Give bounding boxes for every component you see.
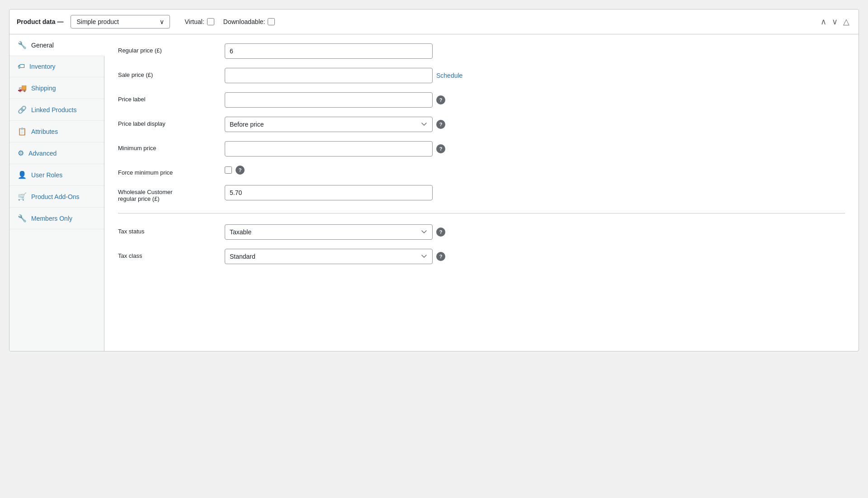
sale-price-field: Schedule [225, 68, 845, 83]
sidebar-item-inventory-label: Inventory [29, 63, 56, 70]
wrench-icon: 🔧 [18, 41, 27, 49]
force-minimum-price-help-icon[interactable]: ? [236, 166, 245, 175]
force-min-row: ? [225, 166, 245, 175]
sale-price-label: Sale price (£) [118, 68, 217, 78]
sidebar-item-attributes[interactable]: 📋 Attributes [9, 121, 104, 142]
tax-class-help-icon[interactable]: ? [436, 252, 445, 261]
sale-price-row: Sale price (£) Schedule [118, 68, 845, 83]
price-label-field: ? [225, 92, 845, 108]
price-label-display-select[interactable]: Before price After price Hidden [225, 117, 433, 132]
force-minimum-price-row: Force minimum price ? [118, 166, 845, 176]
sidebar-item-general[interactable]: 🔧 General [9, 34, 104, 56]
sidebar-item-user-roles[interactable]: 👤 User Roles [9, 164, 104, 186]
tax-status-row: Tax status Taxable Shipping only None ? [118, 224, 845, 240]
price-label-input[interactable] [225, 92, 433, 108]
product-data-panel: Product data — Simple product ∨ Virtual:… [9, 9, 859, 351]
divider [118, 213, 845, 213]
minimum-price-field: ? [225, 141, 845, 157]
price-label-display-row: Price label display Before price After p… [118, 117, 845, 132]
minimum-price-input[interactable] [225, 141, 433, 157]
members-icon: 🔧 [18, 214, 27, 223]
sidebar: 🔧 General 🏷 Inventory 🚚 Shipping 🔗 Linke… [9, 34, 104, 351]
sale-price-input[interactable] [225, 68, 433, 83]
scroll-down-button[interactable]: ∨ [830, 16, 840, 28]
regular-price-input[interactable] [225, 43, 433, 59]
schedule-link[interactable]: Schedule [436, 72, 462, 79]
product-type-chevron-icon: ∨ [160, 18, 164, 25]
sidebar-item-linked-products[interactable]: 🔗 Linked Products [9, 99, 104, 121]
tax-class-label: Tax class [118, 249, 217, 259]
wholesale-price-row: Wholesale Customerregular price (£) [118, 185, 845, 202]
minimum-price-label: Minimum price [118, 141, 217, 152]
product-type-label: Simple product [76, 18, 118, 25]
header-checkboxes: Virtual: Downloadable: [184, 18, 275, 25]
product-data-body: 🔧 General 🏷 Inventory 🚚 Shipping 🔗 Linke… [9, 34, 859, 351]
sidebar-item-product-add-ons[interactable]: 🛒 Product Add-Ons [9, 186, 104, 208]
virtual-checkbox[interactable] [207, 18, 214, 25]
product-data-header: Product data — Simple product ∨ Virtual:… [9, 9, 859, 34]
tag-icon: 🏷 [18, 62, 25, 71]
virtual-checkbox-group: Virtual: [184, 18, 214, 25]
sidebar-item-members-only-label: Members Only [31, 215, 72, 222]
sidebar-item-general-label: General [31, 42, 54, 49]
gear-icon: ⚙ [18, 149, 24, 157]
list-icon: 📋 [18, 127, 27, 136]
regular-price-field [225, 43, 845, 59]
wholesale-price-field [225, 185, 845, 200]
force-minimum-price-checkbox[interactable] [225, 166, 232, 174]
sidebar-item-linked-products-label: Linked Products [31, 106, 76, 114]
tax-class-row: Tax class Standard Reduced rate Zero rat… [118, 249, 845, 264]
person-icon: 👤 [18, 171, 27, 179]
sidebar-item-members-only[interactable]: 🔧 Members Only [9, 208, 104, 229]
sidebar-item-product-add-ons-label: Product Add-Ons [31, 193, 80, 200]
product-type-select[interactable]: Simple product ∨ [71, 15, 170, 28]
sidebar-item-advanced[interactable]: ⚙ Advanced [9, 142, 104, 164]
content-area: Regular price (£) Sale price (£) Schedul… [104, 34, 859, 351]
price-label-help-icon[interactable]: ? [436, 95, 445, 104]
minimum-price-row: Minimum price ? [118, 141, 845, 157]
tax-class-field: Standard Reduced rate Zero rate ? [225, 249, 845, 264]
sidebar-item-shipping[interactable]: 🚚 Shipping [9, 77, 104, 99]
tax-status-select[interactable]: Taxable Shipping only None [225, 224, 433, 240]
price-label-display-help-icon[interactable]: ? [436, 120, 445, 129]
tax-status-field: Taxable Shipping only None ? [225, 224, 845, 240]
link-icon: 🔗 [18, 105, 27, 114]
sidebar-item-inventory[interactable]: 🏷 Inventory [9, 56, 104, 77]
virtual-label: Virtual: [184, 18, 204, 25]
price-label-display-label: Price label display [118, 117, 217, 127]
price-label-label: Price label [118, 92, 217, 103]
wholesale-price-label: Wholesale Customerregular price (£) [118, 185, 217, 202]
tax-status-help-icon[interactable]: ? [436, 228, 445, 237]
sidebar-item-advanced-label: Advanced [28, 150, 57, 157]
force-minimum-price-field: ? [225, 166, 845, 175]
product-data-title: Product data — [17, 18, 63, 25]
cart-icon: 🛒 [18, 192, 27, 201]
downloadable-label: Downloadable: [223, 18, 265, 25]
downloadable-checkbox-group: Downloadable: [223, 18, 275, 25]
downloadable-checkbox[interactable] [268, 18, 275, 25]
regular-price-row: Regular price (£) [118, 43, 845, 59]
sidebar-item-attributes-label: Attributes [31, 128, 58, 135]
scroll-up-button[interactable]: ∧ [819, 16, 828, 28]
header-arrows: ∧ ∨ △ [819, 16, 851, 28]
wholesale-price-input[interactable] [225, 185, 433, 200]
tax-status-label: Tax status [118, 224, 217, 235]
sidebar-item-user-roles-label: User Roles [31, 171, 62, 179]
truck-icon: 🚚 [18, 84, 27, 92]
collapse-button[interactable]: △ [841, 16, 851, 28]
price-label-row: Price label ? [118, 92, 845, 108]
regular-price-label: Regular price (£) [118, 43, 217, 54]
minimum-price-help-icon[interactable]: ? [436, 144, 445, 153]
tax-class-select[interactable]: Standard Reduced rate Zero rate [225, 249, 433, 264]
sidebar-item-shipping-label: Shipping [31, 85, 56, 92]
force-minimum-price-label: Force minimum price [118, 166, 217, 176]
price-label-display-field: Before price After price Hidden ? [225, 117, 845, 132]
